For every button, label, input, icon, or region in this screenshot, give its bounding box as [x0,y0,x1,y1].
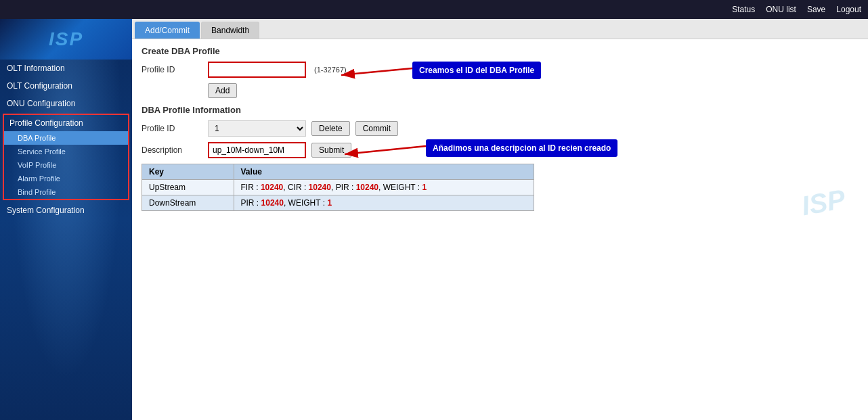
profile-id-hint: (1-32767) [314,66,347,74]
table-container: Key Value UpStream FIR : 10240, CIR : 10… [142,164,859,211]
svg-line-1 [341,68,412,75]
tab-bandwidth[interactable]: Bandwidth [201,22,259,39]
sidebar-item-olt-info[interactable]: OLT Information [0,60,132,77]
table-row: DownStream PIR : 10240, WEIGHT : 1 [142,195,534,211]
callout2-text: Añadimos una descripcion al ID recien cr… [426,139,617,157]
upstream-key: UpStream [142,180,234,195]
dba-profile-id-select[interactable]: 1 [208,120,306,137]
callout1-text: Creamos el ID del DBA Profile [412,62,541,79]
upstream-value: FIR : 10240, CIR : 10240, PIR : 10240, W… [234,180,534,195]
submit-button[interactable]: Submit [311,143,351,158]
downstream-value: PIR : 10240, WEIGHT : 1 [234,195,534,211]
upstream-fir: 10240 [261,183,283,192]
sidebar-item-olt-config[interactable]: OLT Configuration [0,77,132,95]
sidebar-item-system-config[interactable]: System Configuration [0,202,132,219]
dba-table: Key Value UpStream FIR : 10240, CIR : 10… [142,164,534,211]
dba-info-title: DBA Profile Information [142,105,859,115]
main-layout: ISP OLT Information OLT Configuration ON… [0,19,868,420]
delete-button[interactable]: Delete [311,121,350,136]
upstream-weight: 1 [422,183,427,192]
sidebar-sub-item-service[interactable]: Service Profile [4,145,128,158]
sidebar-item-onu-config[interactable]: ONU Configuration [0,95,132,112]
tab-bar: Add/Commit Bandwidth [132,19,868,39]
profile-id-input[interactable] [208,62,306,78]
sidebar-sub-item-voip[interactable]: VoIP Profile [4,158,128,172]
main-content: Add/Commit Bandwidth Create DBA Profile … [132,19,868,420]
dba-info-form: Profile ID 1 Delete Commit Description S… [142,120,859,158]
svg-line-3 [345,146,426,154]
create-dba-form: Profile ID (1-32767) Creamos el ID de [142,62,859,98]
table-row: UpStream FIR : 10240, CIR : 10240, PIR :… [142,180,534,195]
upstream-pir: 10240 [356,183,378,192]
dba-profile-id-row: Profile ID 1 Delete Commit [142,120,859,137]
commit-button[interactable]: Commit [355,121,398,136]
watermark: ISP [799,184,847,222]
downstream-weight: 1 [327,198,332,208]
content-area: Create DBA Profile Profile ID (1-32767) [132,39,868,218]
logo-text: ISP [49,28,83,50]
status-link[interactable]: Status [732,5,755,14]
profile-id-row: Profile ID (1-32767) Creamos el ID de [142,62,859,78]
col-key: Key [142,164,234,180]
downstream-pir: 10240 [261,198,284,208]
top-navigation: Status ONU list Save Logout [0,0,868,19]
sidebar-sub-item-bind[interactable]: Bind Profile [4,185,128,199]
callout1: Creamos el ID del DBA Profile [412,62,541,79]
col-value: Value [234,164,534,180]
save-link[interactable]: Save [807,5,825,14]
create-dba-title: Create DBA Profile [142,46,859,56]
sidebar-logo: ISP [0,19,132,60]
dba-profile-id-label: Profile ID [142,124,202,133]
description-row: Description Submit Añadimos una descr [142,142,859,158]
sidebar: ISP OLT Information OLT Configuration ON… [0,19,132,420]
description-input[interactable] [208,142,306,158]
sidebar-sub-item-dba[interactable]: DBA Profile [4,131,128,145]
upstream-cir: 10240 [309,183,331,192]
profile-id-label: Profile ID [142,65,202,74]
callout2: Añadimos una descripcion al ID recien cr… [426,139,617,157]
sidebar-sub-item-alarm[interactable]: Alarm Profile [4,172,128,185]
sidebar-item-profile-config[interactable]: Profile Configuration [4,115,128,131]
tab-add-commit[interactable]: Add/Commit [135,22,200,39]
profile-config-group: Profile Configuration DBA Profile Servic… [3,114,129,200]
logout-link[interactable]: Logout [836,5,861,14]
downstream-key: DownStream [142,195,234,211]
description-label: Description [142,145,202,155]
onu-list-link[interactable]: ONU list [766,5,796,14]
add-button-row: Add [142,83,859,98]
add-button[interactable]: Add [208,83,237,98]
